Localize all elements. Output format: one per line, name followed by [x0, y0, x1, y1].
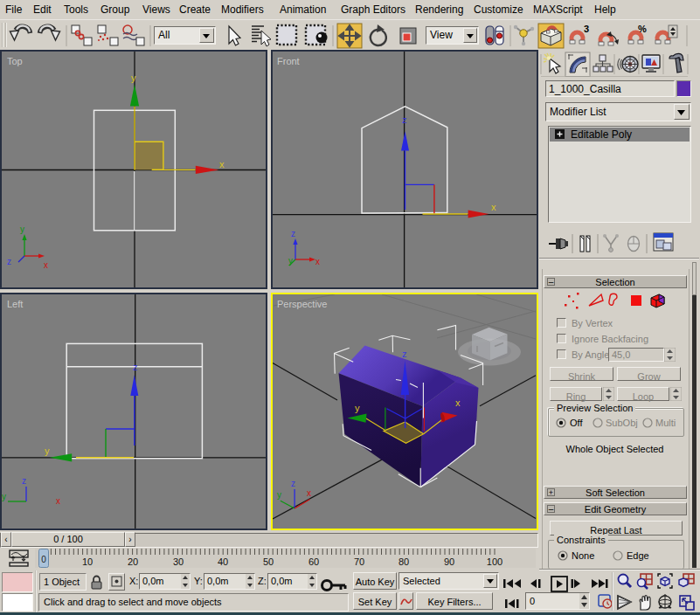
svg-text:60: 60 — [308, 556, 319, 567]
svg-text:100: 100 — [487, 556, 502, 567]
svg-text:70: 70 — [354, 556, 364, 567]
svg-text:0: 0 — [41, 555, 46, 564]
svg-text:10: 10 — [82, 556, 93, 567]
svg-text:30: 30 — [173, 556, 184, 567]
svg-text:20: 20 — [128, 556, 138, 567]
svg-text:80: 80 — [399, 556, 409, 567]
svg-text:%: % — [638, 24, 647, 34]
svg-text:50: 50 — [263, 556, 274, 567]
svg-text:3: 3 — [584, 24, 589, 34]
svg-text:40: 40 — [218, 556, 228, 567]
svg-text:90: 90 — [444, 556, 454, 567]
